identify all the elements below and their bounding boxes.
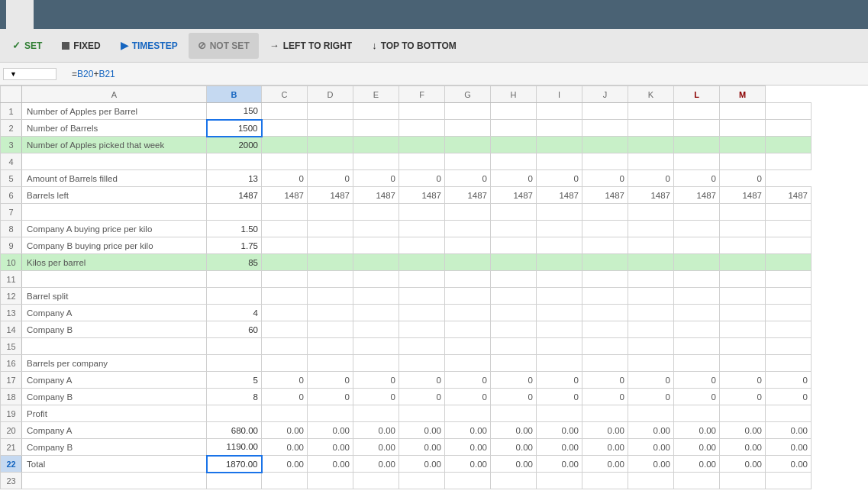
cell-b-15[interactable] bbox=[207, 338, 262, 355]
cell-col-4-row-10[interactable] bbox=[308, 254, 353, 271]
cell-col-13-row-15[interactable] bbox=[720, 338, 766, 355]
cell-col-4-row-14[interactable] bbox=[308, 321, 353, 338]
cell-a-1[interactable]: Number of Apples per Barrel bbox=[22, 103, 207, 120]
col-header-M[interactable]: M bbox=[720, 86, 766, 103]
cell-col-9-row-19[interactable] bbox=[537, 405, 582, 422]
cell-col-12-row-22[interactable]: 0.00 bbox=[674, 456, 720, 473]
cell-col-3-row-13[interactable] bbox=[262, 305, 308, 321]
cell-col-14-row-18[interactable]: 0 bbox=[766, 389, 812, 405]
row-number[interactable]: 8 bbox=[1, 221, 22, 237]
cell-col-14-row-8[interactable] bbox=[766, 221, 812, 237]
cell-col-9-row-3[interactable] bbox=[537, 137, 582, 153]
cell-col-13-row-9[interactable] bbox=[720, 237, 766, 254]
cell-col-5-row-18[interactable]: 0 bbox=[353, 389, 399, 405]
cell-col-7-row-16[interactable] bbox=[445, 355, 491, 372]
cell-b-6[interactable]: 1487 bbox=[207, 187, 262, 204]
cell-col-9-row-14[interactable] bbox=[537, 321, 582, 338]
cell-a-7[interactable] bbox=[22, 204, 207, 221]
cell-col-14-row-7[interactable] bbox=[766, 204, 812, 221]
cell-col-5-row-19[interactable] bbox=[353, 405, 399, 422]
col-header-I[interactable]: I bbox=[537, 86, 582, 103]
cell-col-7-row-10[interactable] bbox=[445, 254, 491, 271]
cell-col-12-row-13[interactable] bbox=[674, 305, 720, 321]
cell-b-3[interactable]: 2000 bbox=[207, 137, 262, 153]
ltr-button[interactable]: → LEFT TO RIGHT bbox=[260, 33, 361, 59]
cell-col-7-row-23[interactable] bbox=[445, 473, 491, 489]
row-number[interactable]: 12 bbox=[1, 288, 22, 305]
row-number[interactable]: 10 bbox=[1, 254, 22, 271]
cell-col-12-row-6[interactable]: 1487 bbox=[674, 187, 720, 204]
cell-col-11-row-13[interactable] bbox=[628, 305, 674, 321]
cell-col-12-row-20[interactable]: 0.00 bbox=[674, 422, 720, 439]
cell-col-13-row-3[interactable] bbox=[720, 137, 766, 153]
cell-col-11-row-21[interactable]: 0.00 bbox=[628, 439, 674, 456]
cell-col-5-row-8[interactable] bbox=[353, 221, 399, 237]
cell-a-16[interactable]: Barrels per company bbox=[22, 355, 207, 372]
cell-col-10-row-2[interactable] bbox=[582, 120, 628, 137]
cell-col-12-row-17[interactable]: 0 bbox=[674, 372, 720, 389]
cell-b-22[interactable]: 1870.00 bbox=[207, 456, 262, 473]
cell-col-7-row-7[interactable] bbox=[445, 204, 491, 221]
cell-col-8-row-10[interactable] bbox=[491, 254, 537, 271]
cell-col-10-row-13[interactable] bbox=[582, 305, 628, 321]
cell-col-11-row-9[interactable] bbox=[628, 237, 674, 254]
cell-a-13[interactable]: Company A bbox=[22, 305, 207, 321]
cell-a-12[interactable]: Barrel split bbox=[22, 288, 207, 305]
cell-col-13-row-19[interactable] bbox=[720, 405, 766, 422]
cell-col-8-row-23[interactable] bbox=[491, 473, 537, 489]
cell-col-4-row-9[interactable] bbox=[308, 237, 353, 254]
cell-a-10[interactable]: Kilos per barrel bbox=[22, 254, 207, 271]
row-number[interactable]: 18 bbox=[1, 389, 22, 405]
cell-col-5-row-9[interactable] bbox=[353, 237, 399, 254]
cell-col-14-row-4[interactable] bbox=[766, 153, 812, 170]
cell-col-11-row-1[interactable] bbox=[628, 103, 674, 120]
cell-col-14-row-3[interactable] bbox=[766, 137, 812, 153]
cell-col-11-row-20[interactable]: 0.00 bbox=[628, 422, 674, 439]
cell-col-5-row-11[interactable] bbox=[353, 271, 399, 288]
home-tab[interactable] bbox=[6, 0, 34, 29]
cell-col-8-row-3[interactable] bbox=[491, 137, 537, 153]
cell-col-5-row-6[interactable]: 1487 bbox=[353, 187, 399, 204]
cell-col-10-row-16[interactable] bbox=[582, 355, 628, 372]
cell-b-14[interactable]: 60 bbox=[207, 321, 262, 338]
cell-col-4-row-5[interactable]: 0 bbox=[308, 170, 353, 187]
cell-b-10[interactable]: 85 bbox=[207, 254, 262, 271]
cell-a-11[interactable] bbox=[22, 271, 207, 288]
cell-col-7-row-12[interactable] bbox=[445, 288, 491, 305]
cell-a-3[interactable]: Number of Apples picked that week bbox=[22, 137, 207, 153]
cell-col-10-row-22[interactable]: 0.00 bbox=[582, 456, 628, 473]
col-header-G[interactable]: G bbox=[445, 86, 491, 103]
dropdown-icon[interactable]: ▼ bbox=[10, 70, 17, 78]
cell-col-13-row-18[interactable]: 0 bbox=[720, 389, 766, 405]
cell-col-4-row-8[interactable] bbox=[308, 221, 353, 237]
cell-col-8-row-8[interactable] bbox=[491, 221, 537, 237]
cell-col-13-row-6[interactable]: 1487 bbox=[720, 187, 766, 204]
row-number[interactable]: 13 bbox=[1, 305, 22, 321]
cell-col-12-row-19[interactable] bbox=[674, 405, 720, 422]
cell-a-15[interactable] bbox=[22, 338, 207, 355]
cell-col-3-row-22[interactable]: 0.00 bbox=[262, 456, 308, 473]
cell-col-12-row-12[interactable] bbox=[674, 288, 720, 305]
col-header-D[interactable]: D bbox=[308, 86, 353, 103]
cell-col-12-row-4[interactable] bbox=[674, 153, 720, 170]
col-header-J[interactable]: J bbox=[582, 86, 628, 103]
cell-col-3-row-15[interactable] bbox=[262, 338, 308, 355]
cell-col-13-row-4[interactable] bbox=[720, 153, 766, 170]
cell-col-7-row-15[interactable] bbox=[445, 338, 491, 355]
cell-col-13-row-16[interactable] bbox=[720, 355, 766, 372]
cell-col-14-row-9[interactable] bbox=[766, 237, 812, 254]
cell-col-13-row-13[interactable] bbox=[720, 305, 766, 321]
cell-col-9-row-15[interactable] bbox=[537, 338, 582, 355]
cell-col-9-row-2[interactable] bbox=[537, 120, 582, 137]
cell-a-14[interactable]: Company B bbox=[22, 321, 207, 338]
cell-col-5-row-2[interactable] bbox=[353, 120, 399, 137]
cell-col-14-row-1[interactable] bbox=[766, 103, 812, 120]
cell-col-14-row-20[interactable]: 0.00 bbox=[766, 422, 812, 439]
row-number[interactable]: 1 bbox=[1, 103, 22, 120]
cell-b-13[interactable]: 4 bbox=[207, 305, 262, 321]
cell-col-14-row-23[interactable] bbox=[766, 473, 812, 489]
cell-col-14-row-6[interactable]: 1487 bbox=[766, 187, 812, 204]
notset-button[interactable]: ⊘ NOT SET bbox=[189, 33, 259, 59]
cell-col-8-row-19[interactable] bbox=[491, 405, 537, 422]
cell-col-14-row-16[interactable] bbox=[766, 355, 812, 372]
